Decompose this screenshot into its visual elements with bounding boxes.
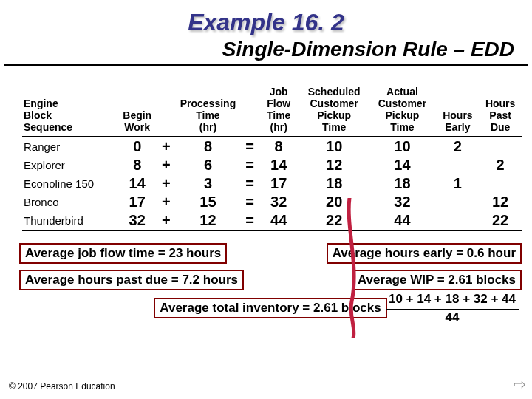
cell-eq: = — [242, 174, 258, 193]
col-eq — [242, 86, 258, 137]
table-row: Econoline 15014+3=1718181 — [22, 174, 522, 193]
cell-past: 2 — [479, 156, 522, 174]
cell-flow: 14 — [257, 156, 300, 174]
cell-sched: 12 — [300, 156, 368, 174]
cell-begin: 14 — [116, 174, 159, 193]
cell-flow: 17 — [257, 174, 300, 193]
cell-early: 2 — [437, 137, 480, 156]
cell-plus: + — [159, 174, 174, 193]
next-arrow-icon[interactable]: ⇨ — [514, 375, 526, 393]
cell-engine: Ranger — [22, 137, 116, 156]
col-plus — [159, 86, 174, 137]
table-row: Ranger0+8=810102 — [22, 137, 522, 156]
cell-past — [479, 174, 522, 193]
cell-actual: 10 — [368, 137, 436, 156]
cell-early — [437, 193, 480, 211]
cell-proc: 3 — [174, 174, 242, 193]
cell-plus: + — [159, 137, 174, 156]
data-table-wrap: Engine Block Sequence Begin Work Process… — [0, 66, 532, 236]
col-actual: Actual Customer Pickup Time — [368, 86, 436, 137]
cell-engine: Bronco — [22, 193, 116, 211]
cell-early — [437, 156, 480, 174]
avg-past-box: Average hours past due = 7.2 hours — [19, 270, 244, 290]
cell-proc: 8 — [174, 137, 242, 156]
cell-eq: = — [242, 193, 258, 211]
col-sched: Scheduled Customer Pickup Time — [300, 86, 368, 137]
calc-fraction: 10 + 14 + 18 + 32 + 44 44 + 44 — [386, 292, 519, 325]
avg-early-box: Average hours early = 0.6 hour — [327, 243, 522, 264]
cell-sched: 18 — [300, 174, 368, 193]
cell-actual: 32 — [368, 193, 436, 211]
cell-plus: + — [159, 156, 174, 174]
cell-plus: + — [159, 211, 174, 231]
cell-engine: Explorer — [22, 156, 116, 174]
table-row: Bronco17+15=32203212 — [22, 193, 522, 211]
cell-sched: 22 — [300, 211, 368, 231]
col-past: Hours Past Due — [479, 86, 522, 137]
cell-begin: 32 — [116, 211, 159, 231]
table-row: Thunderbird32+12=44224422 — [22, 211, 522, 231]
col-early: Hours Early — [437, 86, 480, 137]
col-begin: Begin Work — [116, 86, 159, 137]
cell-begin: 8 — [116, 156, 159, 174]
cell-actual: 18 — [368, 174, 436, 193]
cell-plus: + — [159, 193, 174, 211]
copyright-text: © 2007 Pearson Education — [9, 381, 115, 392]
cell-proc: 15 — [174, 193, 242, 211]
slide-title: Example 16. 2 — [0, 0, 532, 36]
col-proc: Processing Time (hr) — [174, 86, 242, 137]
cell-eq: = — [242, 137, 258, 156]
cell-past: 22 — [479, 211, 522, 231]
cell-early — [437, 211, 480, 231]
col-flow: Job Flow Time (hr) — [257, 86, 300, 137]
table-row: Explorer8+6=1412142 — [22, 156, 522, 174]
cell-actual: 44 — [368, 211, 436, 231]
cell-past — [479, 137, 522, 156]
cell-actual: 14 — [368, 156, 436, 174]
cell-engine: Thunderbird — [22, 211, 116, 231]
cell-proc: 12 — [174, 211, 242, 231]
calc-denominator: 44 — [386, 310, 519, 325]
cell-sched: 10 — [300, 137, 368, 156]
cell-begin: 17 — [116, 193, 159, 211]
cell-flow: 44 — [257, 211, 300, 231]
cell-engine: Econoline 150 — [22, 174, 116, 193]
slide-subtitle: Single-Dimension Rule – EDD — [4, 36, 528, 66]
cell-eq: = — [242, 156, 258, 174]
cell-sched: 20 — [300, 193, 368, 211]
cell-flow: 8 — [257, 137, 300, 156]
cell-proc: 6 — [174, 156, 242, 174]
calc-numerator: 10 + 14 + 18 + 32 + 44 — [386, 292, 519, 310]
avg-wip-box: Average WIP = 2.61 blocks — [352, 270, 522, 290]
col-engine: Engine Block Sequence — [22, 86, 116, 137]
cell-flow: 32 — [257, 193, 300, 211]
cell-past: 12 — [479, 193, 522, 211]
data-table: Engine Block Sequence Begin Work Process… — [22, 86, 522, 231]
cell-begin: 0 — [116, 137, 159, 156]
cell-early: 1 — [437, 174, 480, 193]
avg-total-box: Average total inventory = 2.61 blocks — [154, 298, 386, 318]
summary-area: Average job flow time = 23 hours Average… — [0, 236, 532, 321]
avg-flow-box: Average job flow time = 23 hours — [19, 243, 227, 264]
cell-eq: = — [242, 211, 258, 231]
